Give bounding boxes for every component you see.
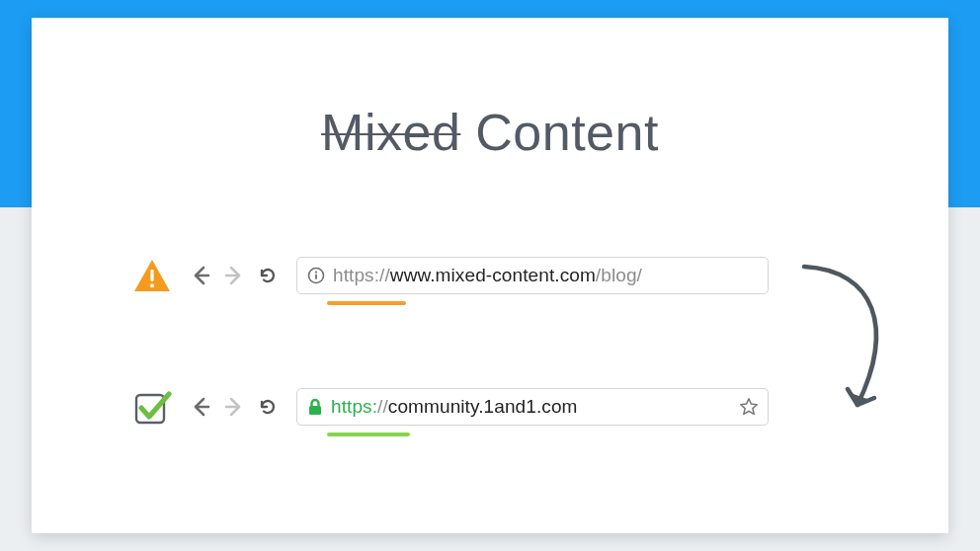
url-sep: // [377,396,388,417]
forward-button[interactable] [219,261,249,290]
page-title: Mixed Content [32,103,948,162]
reload-icon [257,396,279,418]
back-button[interactable] [186,392,215,422]
checkbox-checked-icon [132,387,172,427]
nav-controls [186,392,283,422]
title-strike-word: Mixed [321,104,460,161]
reload-button[interactable] [253,261,283,290]
svg-rect-10 [309,406,321,415]
forward-arrow-icon [223,265,245,286]
example-row-insecure: https://www.mixed-content.com/blog/ [132,257,769,294]
address-bar-secure[interactable]: https://community.1and1.com [296,388,769,426]
url-host: community.1and1.com [388,396,578,417]
bookmark-star-button[interactable] [738,397,760,417]
back-arrow-icon [190,396,211,418]
reload-icon [257,265,279,286]
svg-rect-0 [150,270,153,281]
lock-icon [307,398,323,416]
curved-flow-arrow-icon [798,259,903,429]
reload-button[interactable] [253,392,283,422]
title-rest: Content [475,104,659,161]
nav-controls [186,261,283,290]
back-arrow-icon [190,265,211,286]
star-outline-icon [739,397,759,417]
svg-point-5 [315,272,317,274]
back-button[interactable] [186,261,215,290]
svg-rect-6 [315,275,317,279]
url-text: https://www.mixed-content.com/blog/ [333,265,760,286]
protocol-underline-orange [327,301,406,305]
example-row-secure: https://community.1and1.com [132,387,769,427]
forward-button[interactable] [219,392,249,422]
forward-arrow-icon [223,396,245,418]
address-bar-insecure[interactable]: https://www.mixed-content.com/blog/ [296,257,769,294]
warning-triangle-icon [132,259,172,292]
url-text: https://community.1and1.com [331,396,738,418]
info-circle-icon [307,267,325,284]
stage: Mixed Content [0,0,980,551]
url-host: www.mixed-content.com [390,265,596,285]
svg-point-1 [150,283,154,287]
content-card: Mixed Content [32,18,948,533]
url-protocol: https:// [333,265,390,285]
url-path: /blog/ [596,265,642,285]
protocol-underline-green [327,433,410,436]
url-protocol: https: [331,396,377,417]
